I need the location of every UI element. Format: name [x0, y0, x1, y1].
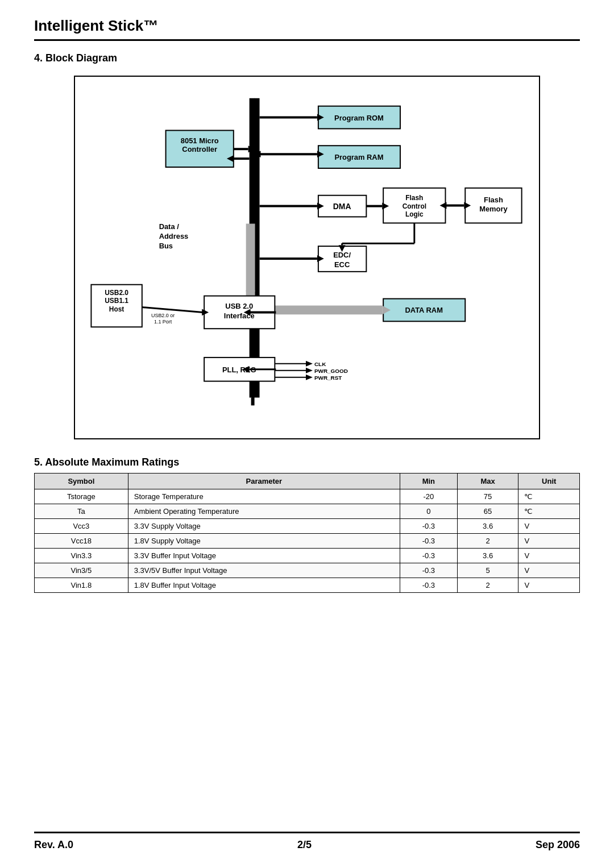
svg-text:Program ROM: Program ROM: [334, 114, 384, 122]
table-row: Vcc181.8V Supply Voltage-0.32V: [35, 534, 580, 549]
svg-text:Memory: Memory: [479, 205, 508, 213]
table-cell: 5: [457, 563, 518, 578]
svg-text:EDC/: EDC/: [333, 251, 351, 259]
table-row: TstorageStorage Temperature-2075℃: [35, 489, 580, 504]
table-cell: 1.8V Buffer Input Voltage: [128, 578, 400, 593]
table-cell: Vin3/5: [35, 563, 128, 578]
table-cell: 75: [457, 489, 518, 504]
col-unit: Unit: [518, 474, 580, 489]
svg-text:Controller: Controller: [182, 145, 217, 153]
svg-marker-77: [251, 98, 255, 107]
table-cell: 3.6: [457, 549, 518, 563]
table-cell: 1.8V Supply Voltage: [128, 534, 400, 549]
footer-revision: Rev. A.0: [34, 839, 73, 851]
table-cell: Vin3.3: [35, 549, 128, 563]
table-cell: 3.6: [457, 519, 518, 534]
svg-marker-75: [306, 375, 313, 380]
table-cell: V: [518, 534, 580, 549]
table-row: Vcc33.3V Supply Voltage-0.33.6V: [35, 519, 580, 534]
svg-text:USB1.1: USB1.1: [105, 297, 128, 305]
svg-text:USB2.0 or: USB2.0 or: [151, 313, 175, 318]
table-cell: ℃: [518, 504, 580, 519]
table-cell: 2: [457, 578, 518, 593]
svg-text:PWR_GOOD: PWR_GOOD: [314, 368, 348, 374]
table-row: Vin3.33.3V Buffer Input Voltage-0.33.6V: [35, 549, 580, 563]
table-cell: Ta: [35, 504, 128, 519]
table-cell: Tstorage: [35, 489, 128, 504]
table-cell: V: [518, 563, 580, 578]
svg-text:PWR_RST: PWR_RST: [314, 375, 342, 381]
section-block-diagram: 4. Block Diagram: [34, 52, 580, 64]
table-cell: V: [518, 578, 580, 593]
svg-text:Program RAM: Program RAM: [334, 153, 383, 161]
table-cell: Ambient Operating Temperature: [128, 504, 400, 519]
page-header: Intelligent Stick™: [34, 17, 580, 41]
table-row: TaAmbient Operating Temperature065℃: [35, 504, 580, 519]
table-cell: 3.3V Supply Voltage: [128, 519, 400, 534]
col-min: Min: [400, 474, 457, 489]
footer-page: 2/5: [297, 839, 312, 851]
table-cell: Vin1.8: [35, 578, 128, 593]
svg-text:USB 2.0: USB 2.0: [225, 302, 253, 310]
table-cell: -0.3: [400, 534, 457, 549]
svg-text:DATA RAM: DATA RAM: [405, 306, 442, 314]
table-cell: 65: [457, 504, 518, 519]
table-row: Vin3/53.3V/5V Buffer Input Voltage-0.35V: [35, 563, 580, 578]
svg-text:CLK: CLK: [314, 361, 326, 367]
table-cell: -0.3: [400, 563, 457, 578]
svg-text:Flash: Flash: [405, 194, 423, 202]
svg-text:Control: Control: [403, 202, 426, 210]
table-cell: Vcc3: [35, 519, 128, 534]
footer-date: Sep 2006: [536, 839, 580, 851]
table-cell: 3.3V/5V Buffer Input Voltage: [128, 563, 400, 578]
table-cell: -0.3: [400, 549, 457, 563]
table-cell: Vcc18: [35, 534, 128, 549]
table-cell: -20: [400, 489, 457, 504]
svg-line-59: [142, 307, 203, 312]
col-parameter: Parameter: [128, 474, 400, 489]
col-max: Max: [457, 474, 518, 489]
svg-text:ECC: ECC: [334, 260, 350, 269]
table-cell: -0.3: [400, 519, 457, 534]
table-cell: V: [518, 549, 580, 563]
svg-marker-72: [306, 368, 313, 373]
svg-text:DMA: DMA: [333, 202, 351, 211]
svg-text:Address: Address: [159, 232, 189, 240]
table-cell: Storage Temperature: [128, 489, 400, 504]
svg-marker-78: [251, 396, 255, 405]
block-diagram: 8051 Micro Controller Program ROM Progra…: [74, 76, 540, 439]
svg-text:Host: Host: [109, 305, 124, 313]
page-footer: Rev. A.0 2/5 Sep 2006: [34, 832, 580, 851]
table-cell: 0: [400, 504, 457, 519]
svg-text:1.1 Port: 1.1 Port: [154, 319, 172, 325]
svg-text:Flash: Flash: [484, 196, 503, 204]
svg-text:Data /: Data /: [159, 222, 180, 231]
table-row: Vin1.81.8V Buffer Input Voltage-0.32V: [35, 578, 580, 593]
table-cell: 2: [457, 534, 518, 549]
ratings-table: Symbol Parameter Min Max Unit TstorageSt…: [34, 473, 580, 593]
table-cell: ℃: [518, 489, 580, 504]
page-title: Intelligent Stick™: [34, 17, 158, 34]
col-symbol: Symbol: [35, 474, 128, 489]
svg-text:Logic: Logic: [405, 210, 424, 218]
table-cell: V: [518, 519, 580, 534]
svg-marker-69: [306, 361, 313, 367]
section-ratings: 5. Absolute Maximum Ratings: [34, 456, 580, 468]
svg-text:Bus: Bus: [159, 242, 173, 250]
table-cell: -0.3: [400, 578, 457, 593]
table-cell: 3.3V Buffer Input Voltage: [128, 549, 400, 563]
svg-text:USB2.0: USB2.0: [105, 289, 128, 297]
svg-text:8051 Micro: 8051 Micro: [181, 136, 219, 145]
